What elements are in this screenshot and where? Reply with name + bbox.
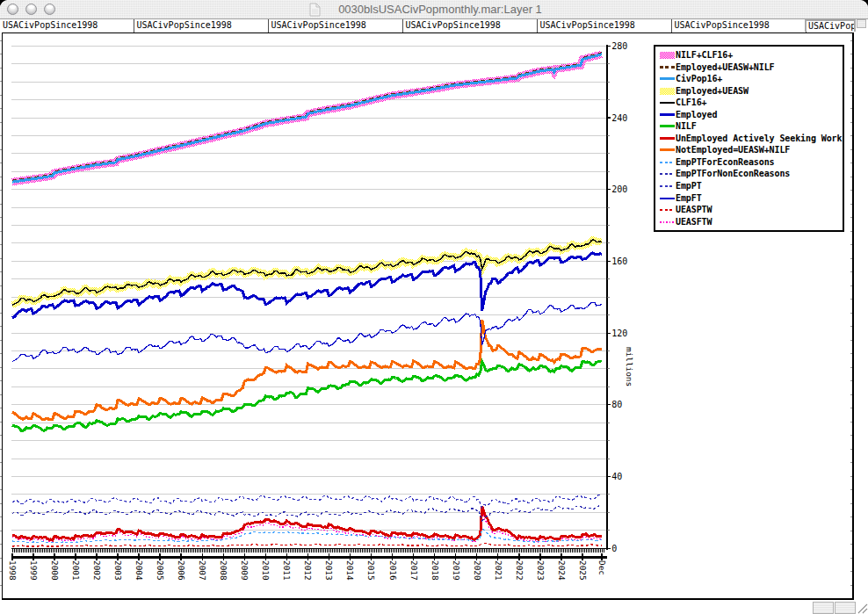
legend-item: Employed+UEASW+NILF <box>655 61 843 74</box>
scroll-left-button[interactable] <box>813 602 834 614</box>
legend-item: EmpFT <box>655 192 843 205</box>
legend-label: CLF16+ <box>676 97 707 109</box>
legend-label: UEASFTW <box>676 216 712 228</box>
legend-item: UEASPTW <box>655 204 843 216</box>
legend-swatch-icon <box>660 85 675 98</box>
legend-label: EmpPTForEconReasons <box>676 156 775 169</box>
legend-swatch-icon <box>660 204 675 216</box>
titlebar-center: 0030blsUSACivPopmonthly.mar:Layer 1 <box>0 0 868 19</box>
document-icon <box>309 3 321 17</box>
legend-swatch-icon <box>660 109 675 121</box>
application-window: 0030blsUSACivPopmonthly.mar:Layer 1 USAC… <box>0 0 868 614</box>
tab-1[interactable]: USACivPopSince1998 <box>0 19 134 33</box>
legend-label: EmpFT <box>676 192 702 205</box>
legend-label: CivPop16+ <box>676 73 722 85</box>
tab-2[interactable]: USACivPopSince1998 <box>134 19 270 33</box>
tab-bar: USACivPopSince1998USACivPopSince1998USAC… <box>0 19 868 33</box>
legend-label: NILF+CLF16+ <box>676 49 733 61</box>
legend-label: UEASPTW <box>676 204 712 216</box>
legend-item: NotEmployed=UEASW+NILF <box>655 144 843 156</box>
legend-item: NILF+CLF16+ <box>655 49 843 61</box>
legend-swatch-icon <box>660 192 675 205</box>
legend-swatch-icon <box>660 133 675 145</box>
tab-4[interactable]: USACivPopSince1998 <box>403 19 539 33</box>
legend-swatch-icon <box>660 180 675 192</box>
window-titlebar[interactable]: 0030blsUSACivPopmonthly.mar:Layer 1 <box>0 0 868 19</box>
legend-swatch-icon <box>660 73 675 85</box>
legend-label: EmpPT <box>676 180 702 192</box>
legend-swatch-icon <box>660 97 675 109</box>
legend-item: Employed+UEASW <box>655 85 843 98</box>
legend-label: NILF <box>676 120 697 133</box>
legend-swatch-icon <box>660 144 675 156</box>
legend-item: UnEmployed Actively Seeking Work <box>655 133 843 145</box>
legend-item: NILF <box>655 120 843 133</box>
legend-swatch-icon <box>660 120 675 133</box>
window-title: 0030blsUSACivPopmonthly.mar:Layer 1 <box>338 0 542 18</box>
tab-3[interactable]: USACivPopSince1998 <box>269 19 404 33</box>
legend-swatch-icon <box>660 216 675 228</box>
legend-item: CivPop16+ <box>655 73 843 85</box>
chart-legend: NILF+CLF16+Employed+UEASW+NILFCivPop16+E… <box>654 45 844 232</box>
legend-label: Employed+UEASW <box>676 85 749 98</box>
tab-5[interactable]: USACivPopSince1998 <box>538 19 673 33</box>
scroll-right-button[interactable] <box>835 602 856 614</box>
legend-swatch-icon <box>660 49 675 61</box>
legend-item: EmpPT <box>655 180 843 192</box>
resize-grip-icon[interactable] <box>856 602 868 614</box>
legend-item: Employed <box>655 109 843 121</box>
legend-label: EmpPTForNonEconReasons <box>676 168 790 180</box>
legend-label: Employed <box>676 109 717 121</box>
legend-swatch-icon <box>660 156 675 169</box>
legend-label: NotEmployed=UEASW+NILF <box>676 144 790 156</box>
legend-item: EmpPTForEconReasons <box>655 156 843 169</box>
tab-6[interactable]: USACivPopSince1998 <box>672 19 807 33</box>
legend-label: Employed+UEASW+NILF <box>676 61 775 74</box>
legend-item: CLF16+ <box>655 97 843 109</box>
tab-7-selected[interactable]: USACivPopSince1998 <box>805 19 856 32</box>
legend-item: EmpPTForNonEconReasons <box>655 168 843 180</box>
legend-label: UnEmployed Actively Seeking Work <box>676 133 842 145</box>
tab-overflow-button[interactable] <box>857 19 866 28</box>
legend-item: UEASFTW <box>655 216 843 228</box>
legend-swatch-icon <box>660 168 675 180</box>
legend-swatch-icon <box>660 61 675 74</box>
